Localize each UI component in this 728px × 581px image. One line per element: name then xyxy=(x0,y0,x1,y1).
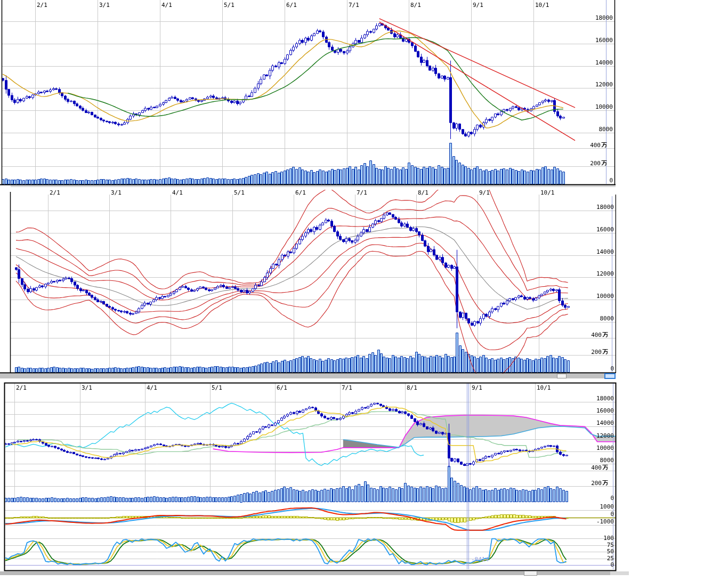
axis-tick-label: 16000 xyxy=(566,226,614,233)
panel2-scroll-thumb-active[interactable] xyxy=(604,373,616,379)
man-10k-glyph xyxy=(602,348,608,354)
stock-chart-workspace: -8414 2/13/14/15/16/17/18/19/110/12/13/1… xyxy=(0,0,728,581)
date-tick-label: 3/1 xyxy=(111,189,122,196)
axis-tick-label: 10000 xyxy=(566,445,614,451)
date-tick-label: 6/1 xyxy=(286,2,297,9)
axis-tick-label: 0 xyxy=(566,561,614,568)
panel3-scrollbar-end[interactable] xyxy=(610,571,629,575)
date-tick-label: 8/1 xyxy=(407,384,417,391)
panel2-scroll-thumb[interactable] xyxy=(557,374,567,378)
axis-tick-label: 12000 xyxy=(566,270,614,277)
date-tick-label: 2/1 xyxy=(37,2,47,9)
date-tick-label: 7/1 xyxy=(342,384,352,391)
date-tick-label: 5/1 xyxy=(234,189,245,196)
axis-tick-label: 8000 xyxy=(566,457,614,464)
date-tick-label: 7/1 xyxy=(349,2,359,9)
axis-tick-label: 8000 xyxy=(566,315,614,322)
date-tick-label: 10/1 xyxy=(535,2,549,9)
date-tick-label: 9/1 xyxy=(473,2,483,9)
date-tick-label: 3/1 xyxy=(99,2,110,9)
axis-tick-label: 14000 xyxy=(566,248,614,255)
man-10k-glyph xyxy=(601,141,607,148)
axis-tick-label: 18000 xyxy=(565,14,613,21)
axis-tick-label: 0 xyxy=(566,365,614,372)
man-10k-glyph xyxy=(602,331,608,337)
axis-tick-label: 0 xyxy=(565,177,613,184)
axis-tick-label: 100 xyxy=(566,535,614,542)
date-tick-label: 6/1 xyxy=(277,384,287,391)
man-10k-glyph xyxy=(602,464,608,470)
date-tick-label: 2/1 xyxy=(50,189,60,196)
panel1-scroll-strip[interactable] xyxy=(11,185,616,187)
date-tick-label: 10/1 xyxy=(540,189,555,196)
date-tick-label: 7/1 xyxy=(357,189,367,196)
axis-tick-label: -1000 xyxy=(566,518,614,525)
axis-tick-label: 1000 xyxy=(566,503,614,510)
chart-canvas xyxy=(0,0,728,581)
panel2-scrollbar[interactable] xyxy=(0,374,616,378)
panel3-scroll-thumb[interactable] xyxy=(524,571,537,576)
axis-tick-label: 50 xyxy=(566,548,614,555)
axis-tick-label: 10000 xyxy=(565,103,613,110)
date-tick-label: 4/1 xyxy=(147,384,157,391)
crosshair-value-label: -8414 xyxy=(471,556,489,563)
date-tick-label: 9/1 xyxy=(472,384,482,391)
axis-tick-label: 12000 xyxy=(566,432,614,439)
date-tick-label: 8/1 xyxy=(410,2,421,9)
date-tick-label: 2/1 xyxy=(16,384,27,391)
axis-tick-label: 18000 xyxy=(566,204,614,211)
date-tick-label: 9/1 xyxy=(479,189,490,196)
date-tick-label: 4/1 xyxy=(172,189,183,196)
axis-tick-label: 200 xyxy=(560,479,608,487)
man-10k-glyph xyxy=(601,159,607,166)
axis-tick-label: 0 xyxy=(566,511,614,518)
man-10k-glyph xyxy=(602,479,608,486)
axis-tick-label: 0 xyxy=(566,495,614,502)
axis-tick-label: 400 xyxy=(560,464,608,471)
axis-tick-label: 16000 xyxy=(566,407,614,414)
date-tick-label: 4/1 xyxy=(161,2,172,9)
axis-tick-label: 14000 xyxy=(566,419,614,426)
axis-tick-label: 400 xyxy=(560,331,608,338)
axis-tick-label: 18000 xyxy=(566,395,614,402)
axis-tick-label: 12000 xyxy=(565,81,613,88)
date-tick-label: 5/1 xyxy=(224,2,234,9)
date-tick-label: 10/1 xyxy=(537,384,551,391)
date-tick-label: 8/1 xyxy=(418,189,428,196)
axis-tick-label: 200 xyxy=(560,348,608,356)
date-tick-label: 5/1 xyxy=(212,384,222,391)
axis-tick-label: 400 xyxy=(559,141,607,149)
axis-tick-label: 8000 xyxy=(565,126,613,133)
axis-tick-label: 10000 xyxy=(566,293,614,300)
date-tick-label: 3/1 xyxy=(82,384,92,391)
axis-tick-label: 14000 xyxy=(565,59,613,66)
axis-tick-label: 16000 xyxy=(565,37,613,44)
date-tick-label: 6/1 xyxy=(295,189,306,196)
axis-tick-label: 200 xyxy=(559,159,607,167)
